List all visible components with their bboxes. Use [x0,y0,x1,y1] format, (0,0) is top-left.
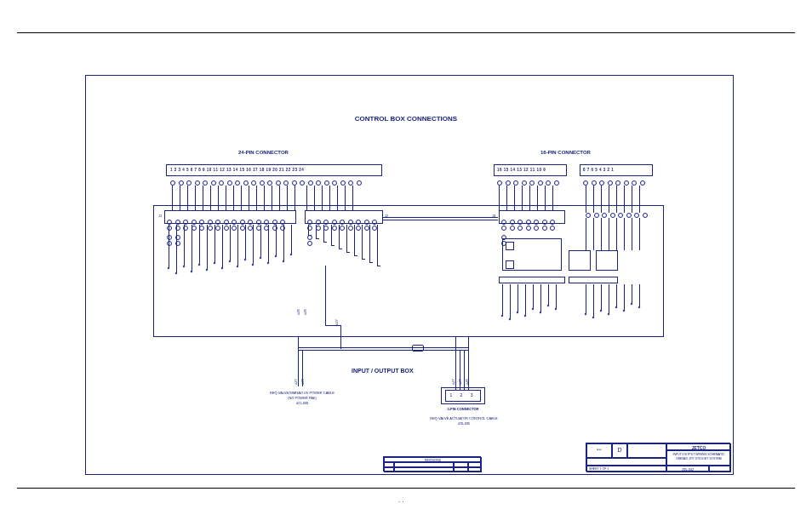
title-block: ⊕ ⊖ D JETCO INPUT/OUTPUT WIRING SCHEMATI… [586,443,730,472]
actuator-cable-line2: 420-035 [417,421,511,426]
terminal-strip-j1 [164,210,296,224]
connector-3pin-label: 3-PIN CONNECTOR [441,407,485,411]
terminal-strip-j3 [499,210,565,224]
connector-16pin-label: 16-PIN CONNECTOR [540,150,591,155]
wires-j1-down [169,225,305,276]
wire-power-v2 [340,325,341,349]
terminal-strip-lower-left [499,277,565,283]
connector-3pin-outer [441,387,485,404]
rule-bottom [17,488,795,489]
title-block-desc2: SIMRAD JOY STICK/ET SYSTEM [676,457,721,460]
relay-2 [596,250,618,271]
terminal-strip-j2 [305,210,383,224]
cable-run-bottom [298,350,468,351]
connector-16pin-b-pins: 8 7 6 5 4 3 2 1 [583,168,614,172]
component-block-left [502,238,562,271]
connector-24pin-label: 24-PIN CONNECTOR [238,150,289,155]
wire-power-h [325,325,340,326]
cable-drop-right-3 [464,350,465,390]
cable-drop-right-2 [460,350,460,390]
wires-j2 [308,225,385,310]
title-block-dwg: 205-042 [666,466,709,472]
terminal-strip-lower-right [569,277,618,283]
wires-24pin-to-terminals [172,186,385,211]
terminal-j1-tag: J1 [158,214,162,218]
title-block-desc1: INPUT/OUTPUT WIRING SCHEMATIC [672,453,724,456]
wire-label-26-left: #26 [296,309,300,315]
cable-drop-right-4 [468,337,469,390]
wires-16pin-a-down [499,186,567,211]
wires-j3-down [502,284,569,327]
bus-wire-top [383,217,498,218]
wire-power-node [325,266,326,325]
actuator-cable-line1: REQ VALVE ACTUATOR CONTROL CABLE [417,416,511,420]
cable-run-top [298,347,468,348]
wire-label-27-mid: #27 [335,319,339,325]
bus-wire-top-2 [383,220,498,220]
wires-right-internal [586,218,654,252]
rule-top [17,32,795,33]
diagram-title: CONTROL BOX CONNECTIONS [0,115,812,123]
page-dots: . . [398,496,404,504]
page: CONTROL BOX CONNECTIONS 24-PIN CONNECTOR… [0,0,812,526]
cable-drop-right-1 [455,337,456,390]
io-box-label: INPUT / OUTPUT BOX [352,368,414,374]
power-cable-line3: 421-033 [255,401,349,405]
wires-right-down [586,284,654,327]
relay-1 [569,250,591,271]
power-cable-line2: (NO POWER PAK) [255,396,349,400]
wires-16pin-b-down [586,186,654,215]
connector-16pin-a-pins: 16 15 14 13 12 11 10 9 [497,168,546,172]
title-block-company: JETCO [666,443,731,450]
cable-drop-left-2 [302,350,303,386]
power-cable-line1: REQ VALVE/SIMRAD UV POWER CABLE [255,391,349,395]
title-block-size: D [612,443,627,458]
cable-drop-left-1 [298,337,299,386]
wire-label-25-left: #25 [303,309,307,315]
title-block-sheet: SHEET 1 OF 1 [586,466,666,472]
revision-block: REVISIONS [383,456,481,472]
connector-24pin-pins: 1 2 3 4 5 6 7 8 9 10 11 12 13 14 15 16 1… [170,168,304,172]
